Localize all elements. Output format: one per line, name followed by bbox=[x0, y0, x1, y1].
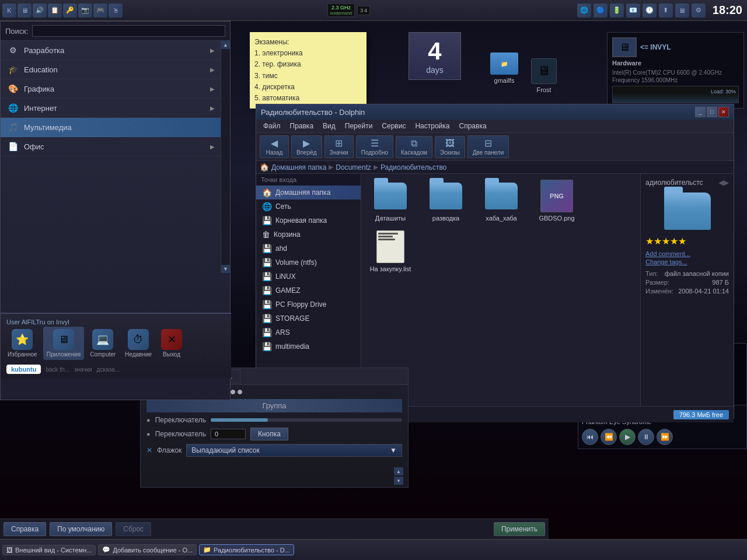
taskbar-icon-5[interactable]: 📷 bbox=[78, 4, 92, 18]
arrow-icon-3: ▶ bbox=[210, 86, 215, 92]
change-tags-link[interactable]: Change tags... bbox=[645, 258, 729, 265]
network-icon[interactable]: 🌐 bbox=[577, 4, 591, 18]
widget-scroll-down[interactable]: ▼ bbox=[394, 477, 403, 485]
win-maximize[interactable]: □ bbox=[707, 107, 717, 117]
addr-radio[interactable]: Радиолюбительство bbox=[381, 163, 446, 172]
updates-icon[interactable]: ⬆ bbox=[659, 4, 673, 18]
radio-label-2[interactable]: Переключатель bbox=[155, 430, 206, 438]
menu-go[interactable]: Перейти bbox=[340, 121, 378, 131]
sidebar-storage[interactable]: 💾 STORAGE bbox=[256, 312, 361, 326]
menu-item-education[interactable]: 🎓 Education ▶ bbox=[1, 60, 221, 79]
taskbar-icon-6[interactable]: 🎮 bbox=[93, 4, 107, 18]
win-minimize[interactable]: _ bbox=[695, 107, 706, 117]
info-minimize[interactable]: ◀▶ bbox=[718, 178, 729, 187]
add-comment-link[interactable]: Add comment... bbox=[645, 250, 729, 257]
hardware-widget: 🖥 <= INVYL Hardware Intel(R) Core(TM)2 C… bbox=[607, 32, 744, 108]
clock-icon[interactable]: 🕐 bbox=[643, 4, 657, 18]
window-controls: _ □ ✕ bbox=[695, 107, 729, 117]
sidebar-floppy[interactable]: 💾 PC Floppy Drive bbox=[256, 298, 361, 312]
bluetooth-icon[interactable]: 🔵 bbox=[594, 4, 608, 18]
sidebar-ars[interactable]: 💾 ARS bbox=[256, 326, 361, 340]
apply-btn[interactable]: Применить bbox=[494, 522, 545, 536]
display-icon[interactable]: 🖥 bbox=[675, 4, 689, 18]
widget-button[interactable]: Кнопка bbox=[250, 428, 288, 440]
file-gbdso[interactable]: PNG GBDSO.png bbox=[533, 180, 580, 222]
btn-forward[interactable]: ⏩ bbox=[657, 429, 673, 445]
btn-icons[interactable]: ⊞ Значки bbox=[324, 135, 354, 158]
kubuntu-logo[interactable]: kubuntu bbox=[6, 365, 41, 374]
sidebar-home[interactable]: 🏠 Домашняя папка bbox=[256, 186, 361, 200]
menu-help[interactable]: Справка bbox=[455, 121, 491, 131]
btn-play[interactable]: ▶ bbox=[619, 429, 636, 445]
menu-item-internet[interactable]: 🌐 Интернет ▶ bbox=[1, 99, 221, 118]
btn-thumbnails[interactable]: 🖼 Эскизы bbox=[435, 136, 465, 158]
btn-rewind[interactable]: ⏪ bbox=[601, 429, 617, 445]
taskbar-icon-3[interactable]: 📋 bbox=[48, 4, 62, 18]
btn-pause[interactable]: ⏸ bbox=[638, 429, 654, 445]
file-list[interactable]: На закупкy.list bbox=[367, 230, 414, 272]
menu-scroll-up[interactable]: ▲ bbox=[221, 41, 230, 49]
razrabotka-icon: ⚙ bbox=[6, 44, 19, 57]
slider-1[interactable] bbox=[211, 418, 402, 422]
sidebar-volume[interactable]: 💾 Volume (ntfs) bbox=[256, 256, 361, 270]
sidebar-gamez[interactable]: 💾 GAMEZ bbox=[256, 284, 361, 298]
frost-icon[interactable]: 🖥 Frost bbox=[531, 58, 557, 93]
taskbar-item-3[interactable]: 📁 Радиолюбительство - D... bbox=[199, 544, 294, 555]
sidebar-root[interactable]: 💾 Корневая папка bbox=[256, 214, 361, 228]
settings-icon[interactable]: ⚙ bbox=[692, 4, 706, 18]
kde-menu-icon[interactable]: K bbox=[2, 4, 16, 18]
menu-item-grafika[interactable]: 🎨 Графика ▶ bbox=[1, 79, 221, 99]
menu-item-razrabotka[interactable]: ⚙ Разработка ▶ bbox=[1, 41, 221, 60]
menu-view[interactable]: Вид bbox=[318, 121, 340, 131]
dock-recent[interactable]: ⏱ Недавние bbox=[121, 327, 155, 360]
taskbar-icon-1[interactable]: 🖥 bbox=[18, 4, 32, 18]
menu-file[interactable]: Файл bbox=[259, 121, 285, 131]
sidebar-network[interactable]: 🌐 Сеть bbox=[256, 200, 361, 214]
menu-item-ofis[interactable]: 📄 Офис ▶ bbox=[1, 137, 221, 156]
datasheets-label: Даташиты bbox=[375, 215, 406, 222]
btn-cascade[interactable]: ⧉ Каскадом bbox=[396, 136, 432, 158]
gmailfs-icon[interactable]: 📁 gmailfs bbox=[490, 52, 518, 84]
widget-scroll-up[interactable]: ▲ bbox=[394, 467, 403, 475]
dock-computer[interactable]: 💻 Computer bbox=[86, 327, 119, 360]
battery-icon[interactable]: 🔋 bbox=[610, 4, 624, 18]
taskbar-item-2[interactable]: 💬 Добавить сообщение - О... bbox=[98, 544, 197, 555]
btn-details[interactable]: ☰ Подробно bbox=[356, 135, 393, 158]
menu-service[interactable]: Сервис bbox=[377, 121, 410, 131]
sidebar-multimedia[interactable]: 💾 multimedia bbox=[256, 340, 361, 354]
dock-favorites[interactable]: ⭐ Избранное bbox=[4, 327, 41, 360]
taskbar-icon-2[interactable]: 🔊 bbox=[33, 4, 47, 18]
reset-btn[interactable]: Сброс bbox=[116, 522, 151, 536]
sidebar-ahd[interactable]: 💾 ahd bbox=[256, 242, 361, 256]
file-haba[interactable]: хаба_хаба bbox=[478, 180, 525, 222]
menu-edit[interactable]: Правка bbox=[285, 121, 319, 131]
ars-icon: 💾 bbox=[262, 328, 272, 337]
menu-scroll-down[interactable]: ▼ bbox=[221, 265, 230, 273]
btn-split[interactable]: ⊟ Две панели bbox=[467, 135, 509, 158]
addr-documentz[interactable]: Documentz bbox=[336, 163, 371, 172]
spinbox[interactable] bbox=[211, 429, 246, 439]
menu-item-multimedia[interactable]: 🎵 Мультимедиа bbox=[1, 118, 221, 137]
taskbar-icon-7[interactable]: 🖱 bbox=[109, 4, 123, 18]
dock-applications[interactable]: 🖥 Приложения bbox=[43, 327, 85, 360]
sidebar-linux[interactable]: 💾 LiNUX bbox=[256, 270, 361, 284]
btn-prev[interactable]: ⏮ bbox=[582, 429, 598, 445]
addr-home[interactable]: Домашняя папка bbox=[271, 163, 326, 172]
taskbar-icon-4[interactable]: 🔑 bbox=[63, 4, 77, 18]
btn-forward[interactable]: ▶ Вперёд bbox=[291, 135, 322, 158]
default-btn[interactable]: По умолчанию bbox=[50, 522, 112, 536]
help-btn[interactable]: Справка bbox=[4, 522, 46, 536]
menu-settings[interactable]: Настройка bbox=[410, 121, 454, 131]
dropdown[interactable]: Выпадающий список ▼ bbox=[186, 444, 402, 457]
file-datasheets[interactable]: Даташиты bbox=[367, 180, 414, 222]
checkbox-label[interactable]: Флажок bbox=[157, 446, 181, 454]
radio-label-1[interactable]: Переключатель bbox=[155, 416, 206, 424]
mail-icon[interactable]: 📧 bbox=[626, 4, 640, 18]
search-input[interactable] bbox=[32, 25, 225, 37]
btn-back[interactable]: ◀ Назад bbox=[260, 135, 289, 158]
file-razvodka[interactable]: разводка bbox=[423, 180, 469, 222]
sidebar-trash[interactable]: 🗑 Корзина bbox=[256, 228, 361, 242]
win-close[interactable]: ✕ bbox=[718, 107, 729, 117]
dock-exit[interactable]: ✕ Выход bbox=[158, 327, 186, 360]
taskbar-item-1[interactable]: 🖼 Внешний вид - Системн... bbox=[2, 545, 96, 555]
